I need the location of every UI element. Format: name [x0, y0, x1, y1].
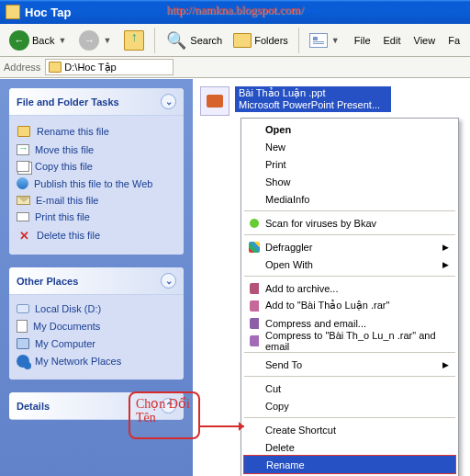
- submenu-arrow-icon: ▶: [442, 260, 449, 269]
- ctx-label: Delete: [265, 442, 295, 453]
- ctx-label: Compress and email...: [265, 318, 366, 329]
- annotation-callout: Chọn Đổi Tên: [129, 391, 200, 439]
- ctx-separator: [244, 352, 455, 353]
- other-places-header[interactable]: Other Places ⌄: [9, 267, 184, 295]
- ctx-add-rar[interactable]: Add to "Bài Thảo Luận .rar": [243, 297, 456, 314]
- back-arrow-icon: ←: [9, 30, 29, 51]
- disk-icon: [17, 304, 29, 313]
- folders-icon: [233, 33, 252, 48]
- ctx-print[interactable]: Print: [243, 155, 456, 173]
- ctx-label: Copy: [265, 401, 289, 412]
- folders-button[interactable]: Folders: [228, 29, 294, 51]
- place-local-disk[interactable]: Local Disk (D:): [17, 300, 176, 317]
- ctx-copy[interactable]: Copy: [243, 397, 456, 414]
- network-icon: [17, 355, 29, 368]
- place-label: Local Disk (D:): [35, 303, 101, 314]
- ctx-rename[interactable]: Rename: [243, 455, 456, 474]
- search-icon: 🔍: [165, 29, 187, 51]
- ctx-label: Print: [265, 159, 286, 170]
- task-label: Copy this file: [35, 161, 93, 172]
- other-places-panel: Other Places ⌄ Local Disk (D:) My Docume…: [9, 267, 184, 380]
- ctx-label: Add to "Bài Thảo Luận .rar": [265, 300, 389, 312]
- ctx-delete[interactable]: Delete: [243, 438, 456, 456]
- ctx-label: Open With: [265, 259, 313, 270]
- winrar-icon: [247, 334, 261, 347]
- menu-view[interactable]: View: [408, 35, 442, 46]
- ctx-open-with[interactable]: Open With▶: [243, 255, 456, 273]
- task-rename[interactable]: Rename this file: [17, 121, 176, 142]
- place-my-documents[interactable]: My Documents: [17, 317, 176, 335]
- ctx-cut[interactable]: Cut: [243, 380, 456, 397]
- place-my-network[interactable]: My Network Places: [17, 352, 176, 370]
- file-type: Microsoft PowerPoint Present...: [239, 99, 387, 111]
- back-label: Back: [32, 35, 54, 46]
- toolbar-separator: [298, 28, 299, 53]
- context-menu: Open New Print Show MediaInfo Scan for v…: [241, 118, 459, 476]
- delete-icon: ✕: [17, 228, 31, 243]
- up-button[interactable]: [118, 27, 150, 54]
- callout-line2: Tên: [136, 411, 156, 425]
- task-label: Delete this file: [37, 230, 100, 241]
- ctx-label: New: [265, 142, 285, 153]
- print-icon: [17, 212, 29, 221]
- computer-icon: [17, 338, 29, 349]
- menu-favorites[interactable]: Fa: [442, 35, 466, 46]
- chevron-down-icon: ▼: [103, 36, 111, 45]
- forward-arrow-icon: →: [79, 30, 99, 51]
- address-bar: Address D:\Hoc Tập: [0, 57, 470, 78]
- ctx-separator: [244, 234, 455, 235]
- globe-icon: [17, 177, 28, 189]
- ctx-new[interactable]: New: [243, 138, 456, 155]
- place-my-computer[interactable]: My Computer: [17, 335, 176, 352]
- folder-icon: [49, 62, 62, 73]
- task-label: Print this file: [35, 211, 90, 222]
- views-button[interactable]: ▼: [304, 29, 345, 51]
- bkav-icon: [247, 216, 261, 230]
- task-publish[interactable]: Publish this file to the Web: [17, 175, 176, 192]
- ctx-send-to[interactable]: Send To▶: [243, 356, 456, 373]
- forward-button[interactable]: → ▼: [73, 27, 117, 54]
- ppt-icon: [200, 86, 229, 116]
- task-delete[interactable]: ✕Delete this file: [17, 225, 176, 245]
- task-move[interactable]: Move this file: [17, 142, 176, 158]
- toolbar-separator: [154, 28, 155, 53]
- search-button[interactable]: 🔍 Search: [160, 26, 228, 55]
- ctx-scan-bkav[interactable]: Scan for viruses by Bkav: [243, 214, 456, 232]
- ctx-create-shortcut[interactable]: Create Shortcut: [243, 421, 456, 438]
- task-label: Rename this file: [37, 126, 109, 137]
- address-input[interactable]: D:\Hoc Tập: [45, 59, 173, 75]
- ctx-add-archive[interactable]: Add to archive...: [243, 279, 456, 297]
- views-icon: [309, 33, 328, 48]
- ctx-separator: [244, 417, 455, 418]
- winrar-icon: [247, 316, 261, 330]
- back-button[interactable]: ← Back ▼: [4, 27, 72, 54]
- place-label: My Network Places: [35, 356, 121, 367]
- menu-file[interactable]: File: [348, 35, 377, 46]
- ctx-defraggler[interactable]: Defraggler▶: [243, 238, 456, 255]
- task-email[interactable]: E-mail this file: [17, 192, 176, 209]
- task-copy[interactable]: Copy this file: [17, 158, 176, 175]
- ctx-mediainfo[interactable]: MediaInfo: [243, 190, 456, 208]
- ctx-label: Compress to "Bài Th_o Lu_n .rar" and ema…: [265, 330, 443, 352]
- menu-edit[interactable]: Edit: [377, 35, 408, 46]
- window-title: Hoc Tap: [25, 6, 71, 19]
- task-label: Publish this file to the Web: [34, 178, 152, 189]
- ctx-compress-rar-email[interactable]: Compress to "Bài Th_o Lu_n .rar" and ema…: [243, 332, 456, 349]
- ctx-open[interactable]: Open: [243, 120, 456, 138]
- ctx-label: Scan for viruses by Bkav: [265, 218, 376, 229]
- task-print[interactable]: Print this file: [17, 209, 176, 225]
- move-icon: [17, 144, 29, 155]
- defraggler-icon: [247, 240, 261, 254]
- collapse-icon: ⌄: [161, 94, 176, 109]
- menu-bar: File Edit View Fa: [348, 24, 466, 56]
- ctx-label: MediaInfo: [265, 194, 309, 205]
- ctx-label: Show: [265, 176, 291, 187]
- chevron-down-icon: ▼: [58, 36, 66, 45]
- ctx-label: Add to archive...: [265, 283, 339, 294]
- documents-icon: [17, 320, 28, 333]
- file-tasks-title: File and Folder Tasks: [17, 96, 119, 108]
- file-tasks-header[interactable]: File and Folder Tasks ⌄: [9, 88, 184, 116]
- selected-file[interactable]: Bài Thảo Luận .ppt Microsoft PowerPoint …: [200, 86, 391, 116]
- ctx-show[interactable]: Show: [243, 173, 456, 190]
- ctx-label: Create Shortcut: [265, 425, 336, 436]
